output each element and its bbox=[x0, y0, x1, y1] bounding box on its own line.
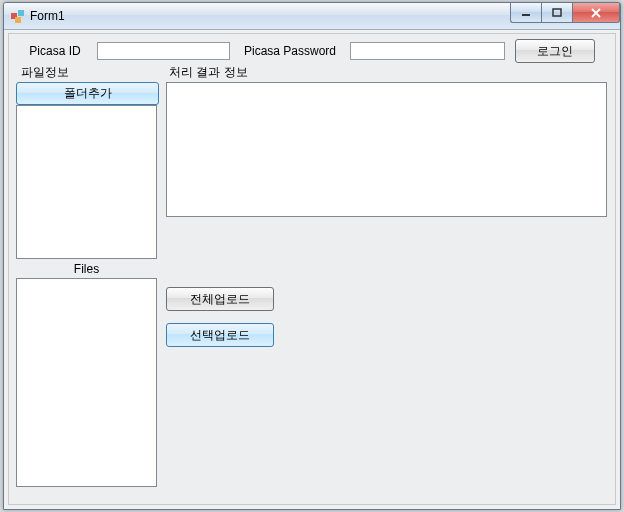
svg-rect-1 bbox=[18, 10, 24, 16]
picasa-password-input[interactable] bbox=[350, 42, 505, 60]
svg-rect-4 bbox=[553, 9, 561, 16]
window-controls bbox=[510, 3, 620, 23]
title-bar: Form1 bbox=[4, 3, 620, 30]
result-info-label: 처리 결과 정보 bbox=[169, 64, 248, 81]
login-button-label: 로그인 bbox=[537, 43, 573, 60]
folder-list[interactable] bbox=[16, 105, 157, 259]
picasa-id-input[interactable] bbox=[97, 42, 230, 60]
add-folder-button-label: 폴더추가 bbox=[64, 85, 112, 102]
upload-all-button-label: 전체업로드 bbox=[190, 291, 250, 308]
files-list[interactable] bbox=[16, 278, 157, 487]
file-info-label: 파일정보 bbox=[21, 64, 69, 81]
result-textarea[interactable] bbox=[166, 82, 607, 217]
upload-all-button[interactable]: 전체업로드 bbox=[166, 287, 274, 311]
client-area: Picasa ID Picasa Password 로그인 파일정보 처리 결과… bbox=[8, 33, 616, 505]
app-window: Form1 Picasa ID Picasa Password 로그인 파일정보… bbox=[3, 2, 621, 510]
maximize-button[interactable] bbox=[541, 3, 573, 23]
svg-rect-3 bbox=[522, 14, 530, 16]
files-label: Files bbox=[16, 262, 157, 276]
window-title: Form1 bbox=[30, 9, 65, 23]
close-button[interactable] bbox=[573, 3, 620, 23]
upload-selected-button[interactable]: 선택업로드 bbox=[166, 323, 274, 347]
credentials-row: Picasa ID Picasa Password 로그인 bbox=[19, 40, 607, 62]
login-button[interactable]: 로그인 bbox=[515, 39, 595, 63]
upload-selected-button-label: 선택업로드 bbox=[190, 327, 250, 344]
add-folder-button[interactable]: 폴더추가 bbox=[16, 82, 159, 105]
picasa-password-label: Picasa Password bbox=[244, 44, 344, 58]
app-icon bbox=[10, 8, 26, 24]
picasa-id-label: Picasa ID bbox=[19, 44, 91, 58]
minimize-button[interactable] bbox=[510, 3, 541, 23]
svg-rect-2 bbox=[15, 17, 21, 23]
